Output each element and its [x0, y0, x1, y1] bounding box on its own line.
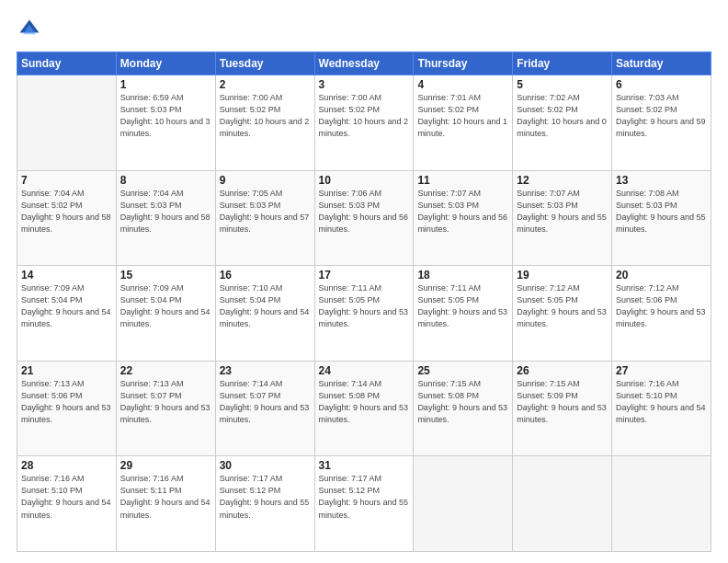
logo — [17, 17, 46, 42]
day-of-week-header: Wednesday — [314, 52, 414, 75]
calendar-header: SundayMondayTuesdayWednesdayThursdayFrid… — [17, 52, 711, 75]
calendar-cell: 3Sunrise: 7:00 AM Sunset: 5:02 PM Daylig… — [314, 75, 414, 171]
day-number: 29 — [120, 459, 211, 472]
day-info: Sunrise: 6:59 AM Sunset: 5:03 PM Dayligh… — [120, 92, 211, 140]
calendar-week-row: 1Sunrise: 6:59 AM Sunset: 5:03 PM Daylig… — [17, 75, 711, 171]
day-info: Sunrise: 7:03 AM Sunset: 5:02 PM Dayligh… — [616, 92, 707, 140]
day-number: 8 — [120, 174, 211, 187]
calendar-cell: 8Sunrise: 7:04 AM Sunset: 5:03 PM Daylig… — [116, 170, 215, 266]
calendar-cell: 26Sunrise: 7:15 AM Sunset: 5:09 PM Dayli… — [513, 361, 612, 456]
calendar-cell: 31Sunrise: 7:17 AM Sunset: 5:12 PM Dayli… — [314, 456, 414, 552]
day-number: 21 — [21, 364, 112, 377]
calendar-cell: 14Sunrise: 7:09 AM Sunset: 5:04 PM Dayli… — [17, 266, 117, 362]
day-number: 15 — [120, 269, 211, 282]
day-info: Sunrise: 7:14 AM Sunset: 5:08 PM Dayligh… — [319, 378, 410, 426]
day-info: Sunrise: 7:05 AM Sunset: 5:03 PM Dayligh… — [220, 188, 311, 236]
day-number: 23 — [220, 364, 311, 377]
day-number: 28 — [21, 459, 112, 472]
day-number: 17 — [319, 269, 410, 282]
day-number: 9 — [220, 174, 311, 187]
day-info: Sunrise: 7:06 AM Sunset: 5:03 PM Dayligh… — [319, 188, 410, 236]
day-info: Sunrise: 7:16 AM Sunset: 5:10 PM Dayligh… — [21, 473, 112, 521]
logo-icon — [17, 17, 42, 42]
day-of-week-header: Sunday — [17, 52, 117, 75]
calendar-cell: 13Sunrise: 7:08 AM Sunset: 5:03 PM Dayli… — [612, 170, 711, 266]
day-of-week-header: Thursday — [414, 52, 513, 75]
day-info: Sunrise: 7:07 AM Sunset: 5:03 PM Dayligh… — [417, 188, 508, 236]
calendar-cell — [513, 456, 612, 552]
day-number: 26 — [517, 364, 608, 377]
day-number: 31 — [319, 459, 410, 472]
day-number: 14 — [21, 269, 112, 282]
day-info: Sunrise: 7:14 AM Sunset: 5:07 PM Dayligh… — [220, 378, 311, 426]
day-info: Sunrise: 7:12 AM Sunset: 5:05 PM Dayligh… — [517, 282, 608, 330]
calendar-cell: 12Sunrise: 7:07 AM Sunset: 5:03 PM Dayli… — [513, 170, 612, 266]
calendar-cell: 25Sunrise: 7:15 AM Sunset: 5:08 PM Dayli… — [414, 361, 513, 456]
calendar-cell: 2Sunrise: 7:00 AM Sunset: 5:02 PM Daylig… — [215, 75, 314, 171]
day-of-week-header: Saturday — [612, 52, 711, 75]
calendar-cell: 24Sunrise: 7:14 AM Sunset: 5:08 PM Dayli… — [314, 361, 414, 456]
calendar-cell: 11Sunrise: 7:07 AM Sunset: 5:03 PM Dayli… — [414, 170, 513, 266]
day-number: 12 — [517, 174, 608, 187]
calendar-table: SundayMondayTuesdayWednesdayThursdayFrid… — [17, 52, 711, 552]
day-info: Sunrise: 7:13 AM Sunset: 5:07 PM Dayligh… — [120, 378, 211, 426]
day-number: 18 — [417, 269, 508, 282]
day-info: Sunrise: 7:13 AM Sunset: 5:06 PM Dayligh… — [21, 378, 112, 426]
calendar-cell: 1Sunrise: 6:59 AM Sunset: 5:03 PM Daylig… — [116, 75, 215, 171]
day-number: 4 — [417, 78, 508, 91]
calendar-cell: 17Sunrise: 7:11 AM Sunset: 5:05 PM Dayli… — [314, 266, 414, 362]
header-row: SundayMondayTuesdayWednesdayThursdayFrid… — [17, 52, 711, 75]
day-info: Sunrise: 7:11 AM Sunset: 5:05 PM Dayligh… — [319, 282, 410, 330]
day-number: 5 — [517, 78, 608, 91]
calendar-cell — [612, 456, 711, 552]
calendar-cell: 21Sunrise: 7:13 AM Sunset: 5:06 PM Dayli… — [17, 361, 117, 456]
day-info: Sunrise: 7:17 AM Sunset: 5:12 PM Dayligh… — [319, 473, 410, 521]
calendar-cell: 5Sunrise: 7:02 AM Sunset: 5:02 PM Daylig… — [513, 75, 612, 171]
calendar-cell: 15Sunrise: 7:09 AM Sunset: 5:04 PM Dayli… — [116, 266, 215, 362]
day-info: Sunrise: 7:07 AM Sunset: 5:03 PM Dayligh… — [517, 188, 608, 236]
day-info: Sunrise: 7:12 AM Sunset: 5:06 PM Dayligh… — [616, 282, 707, 330]
calendar-cell: 30Sunrise: 7:17 AM Sunset: 5:12 PM Dayli… — [215, 456, 314, 552]
day-info: Sunrise: 7:16 AM Sunset: 5:11 PM Dayligh… — [120, 473, 211, 521]
day-number: 20 — [616, 269, 707, 282]
calendar-cell — [17, 75, 117, 171]
calendar-cell: 22Sunrise: 7:13 AM Sunset: 5:07 PM Dayli… — [116, 361, 215, 456]
day-of-week-header: Monday — [116, 52, 215, 75]
day-number: 10 — [319, 174, 410, 187]
day-info: Sunrise: 7:04 AM Sunset: 5:03 PM Dayligh… — [120, 188, 211, 236]
calendar-cell: 20Sunrise: 7:12 AM Sunset: 5:06 PM Dayli… — [612, 266, 711, 362]
day-number: 24 — [319, 364, 410, 377]
page: SundayMondayTuesdayWednesdayThursdayFrid… — [0, 0, 728, 563]
day-number: 25 — [417, 364, 508, 377]
day-number: 22 — [120, 364, 211, 377]
day-number: 27 — [616, 364, 707, 377]
day-info: Sunrise: 7:11 AM Sunset: 5:05 PM Dayligh… — [417, 282, 508, 330]
day-number: 3 — [319, 78, 410, 91]
day-number: 16 — [220, 269, 311, 282]
calendar-week-row: 21Sunrise: 7:13 AM Sunset: 5:06 PM Dayli… — [17, 361, 711, 456]
day-number: 1 — [120, 78, 211, 91]
day-info: Sunrise: 7:00 AM Sunset: 5:02 PM Dayligh… — [319, 92, 410, 140]
day-info: Sunrise: 7:15 AM Sunset: 5:09 PM Dayligh… — [517, 378, 608, 426]
calendar-cell: 9Sunrise: 7:05 AM Sunset: 5:03 PM Daylig… — [215, 170, 314, 266]
day-number: 2 — [220, 78, 311, 91]
day-info: Sunrise: 7:09 AM Sunset: 5:04 PM Dayligh… — [120, 282, 211, 330]
day-info: Sunrise: 7:01 AM Sunset: 5:02 PM Dayligh… — [417, 92, 508, 140]
calendar-cell: 28Sunrise: 7:16 AM Sunset: 5:10 PM Dayli… — [17, 456, 117, 552]
calendar-cell: 16Sunrise: 7:10 AM Sunset: 5:04 PM Dayli… — [215, 266, 314, 362]
day-info: Sunrise: 7:17 AM Sunset: 5:12 PM Dayligh… — [220, 473, 311, 521]
calendar-cell — [414, 456, 513, 552]
day-info: Sunrise: 7:08 AM Sunset: 5:03 PM Dayligh… — [616, 188, 707, 236]
day-number: 6 — [616, 78, 707, 91]
calendar-body: 1Sunrise: 6:59 AM Sunset: 5:03 PM Daylig… — [17, 75, 711, 552]
day-info: Sunrise: 7:00 AM Sunset: 5:02 PM Dayligh… — [220, 92, 311, 140]
day-info: Sunrise: 7:04 AM Sunset: 5:02 PM Dayligh… — [21, 188, 112, 236]
calendar-cell: 6Sunrise: 7:03 AM Sunset: 5:02 PM Daylig… — [612, 75, 711, 171]
day-number: 19 — [517, 269, 608, 282]
day-info: Sunrise: 7:10 AM Sunset: 5:04 PM Dayligh… — [220, 282, 311, 330]
day-info: Sunrise: 7:15 AM Sunset: 5:08 PM Dayligh… — [417, 378, 508, 426]
calendar-cell: 10Sunrise: 7:06 AM Sunset: 5:03 PM Dayli… — [314, 170, 414, 266]
calendar-cell: 23Sunrise: 7:14 AM Sunset: 5:07 PM Dayli… — [215, 361, 314, 456]
calendar-cell: 7Sunrise: 7:04 AM Sunset: 5:02 PM Daylig… — [17, 170, 117, 266]
header — [17, 17, 711, 42]
